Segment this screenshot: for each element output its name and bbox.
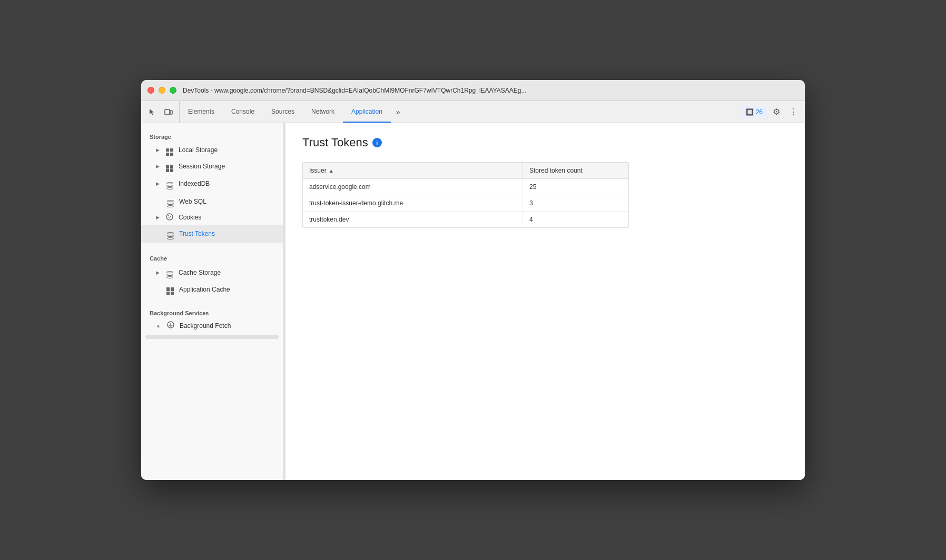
info-icon[interactable]: i — [372, 138, 382, 147]
more-tabs-button[interactable]: » — [391, 101, 406, 123]
tab-icon-group — [141, 101, 180, 123]
main-content: Storage ▶ Local Storage ▶ Session Storag… — [141, 123, 805, 480]
tab-application[interactable]: Application — [343, 101, 391, 123]
sidebar-item-websql[interactable]: Web SQL — [141, 193, 283, 211]
maximize-button[interactable] — [170, 87, 176, 94]
tab-elements[interactable]: Elements — [180, 101, 223, 123]
td-count: 4 — [523, 212, 628, 227]
arrow-icon: ▲ — [156, 323, 161, 328]
feedback-badge[interactable]: 🔲 26 — [742, 106, 767, 118]
window-title: DevTools - www.google.com/chrome/?brand=… — [183, 87, 799, 94]
app-cache-icon — [165, 284, 175, 295]
svg-point-3 — [168, 215, 169, 216]
sidebar-item-local-storage[interactable]: ▶ Local Storage — [141, 142, 283, 158]
background-fetch-icon — [166, 321, 175, 330]
svg-rect-1 — [170, 111, 172, 114]
traffic-lights — [147, 87, 176, 94]
device-toggle-icon[interactable] — [162, 106, 175, 118]
cache-storage-icon — [165, 266, 174, 279]
svg-point-5 — [169, 217, 170, 218]
close-button[interactable] — [147, 87, 154, 94]
td-issuer: trust-token-issuer-demo.glitch.me — [303, 195, 523, 211]
sidebar-item-cache-storage[interactable]: ▶ Cache Storage — [141, 264, 283, 282]
feedback-icon: 🔲 — [746, 108, 754, 116]
td-count: 25 — [523, 179, 628, 195]
sidebar-item-session-storage[interactable]: ▶ Session Storage — [141, 158, 283, 175]
tab-console[interactable]: Console — [223, 101, 263, 123]
td-issuer: trusttoken.dev — [303, 212, 523, 227]
tab-sources[interactable]: Sources — [263, 101, 303, 123]
storage-section-header: Storage — [141, 129, 283, 142]
column-header-issuer[interactable]: Issuer ▲ — [303, 163, 523, 178]
table-row[interactable]: adservice.google.com 25 — [303, 179, 628, 195]
sidebar-item-background-fetch[interactable]: ▲ Background Fetch — [141, 318, 283, 333]
main-tabs-list: Elements Console Sources Network Applica… — [180, 101, 737, 123]
feedback-count: 26 — [756, 108, 763, 116]
cookies-icon — [165, 213, 174, 222]
table-row[interactable]: trust-token-issuer-demo.glitch.me 3 — [303, 195, 628, 212]
local-storage-icon — [165, 145, 174, 156]
td-issuer: adservice.google.com — [303, 179, 523, 195]
websql-icon — [165, 195, 175, 208]
more-options-icon[interactable]: ⋮ — [786, 105, 801, 119]
trust-tokens-icon — [165, 227, 175, 240]
session-storage-icon — [165, 161, 174, 172]
trust-tokens-table: Issuer ▲ Stored token count adservice.go… — [302, 162, 629, 228]
devtools-window: DevTools - www.google.com/chrome/?brand=… — [141, 80, 805, 480]
sidebar: Storage ▶ Local Storage ▶ Session Storag… — [141, 123, 283, 480]
svg-point-4 — [170, 216, 171, 217]
sidebar-scrollbar[interactable] — [145, 335, 279, 339]
tab-actions-group: 🔲 26 ⚙ ⋮ — [737, 101, 805, 123]
page-title: Trust Tokens — [302, 136, 368, 149]
arrow-icon: ▶ — [156, 270, 160, 275]
settings-icon[interactable]: ⚙ — [769, 105, 784, 119]
tab-network[interactable]: Network — [303, 101, 343, 123]
sort-arrow-icon: ▲ — [329, 168, 334, 174]
sidebar-item-application-cache[interactable]: Application Cache — [141, 282, 283, 298]
title-bar: DevTools - www.google.com/chrome/?brand=… — [141, 80, 805, 101]
svg-rect-0 — [165, 109, 170, 115]
table-row[interactable]: trusttoken.dev 4 — [303, 212, 628, 227]
devtools-tabs-bar: Elements Console Sources Network Applica… — [141, 101, 805, 123]
column-header-token-count[interactable]: Stored token count — [523, 163, 628, 178]
td-count: 3 — [523, 195, 628, 211]
sidebar-item-indexeddb[interactable]: ▶ IndexedDB — [141, 175, 283, 193]
arrow-icon: ▶ — [156, 164, 160, 169]
minimize-button[interactable] — [159, 87, 165, 94]
table-header: Issuer ▲ Stored token count — [303, 163, 628, 179]
cursor-icon[interactable] — [145, 106, 158, 118]
cache-section-header: Cache — [141, 251, 283, 264]
indexeddb-icon — [165, 177, 174, 190]
arrow-icon: ▶ — [156, 147, 160, 153]
page-title-row: Trust Tokens i — [302, 136, 788, 149]
sidebar-item-trust-tokens[interactable]: Trust Tokens — [141, 225, 283, 243]
sidebar-item-cookies[interactable]: ▶ Cookies — [141, 211, 283, 225]
content-area: Trust Tokens i Issuer ▲ Stored token cou… — [285, 123, 805, 480]
svg-point-2 — [166, 214, 173, 220]
arrow-icon: ▶ — [156, 181, 160, 186]
background-section-header: Background Services — [141, 306, 283, 318]
background-fetch-label: Background Fetch — [180, 322, 231, 329]
arrow-icon: ▶ — [156, 215, 160, 220]
